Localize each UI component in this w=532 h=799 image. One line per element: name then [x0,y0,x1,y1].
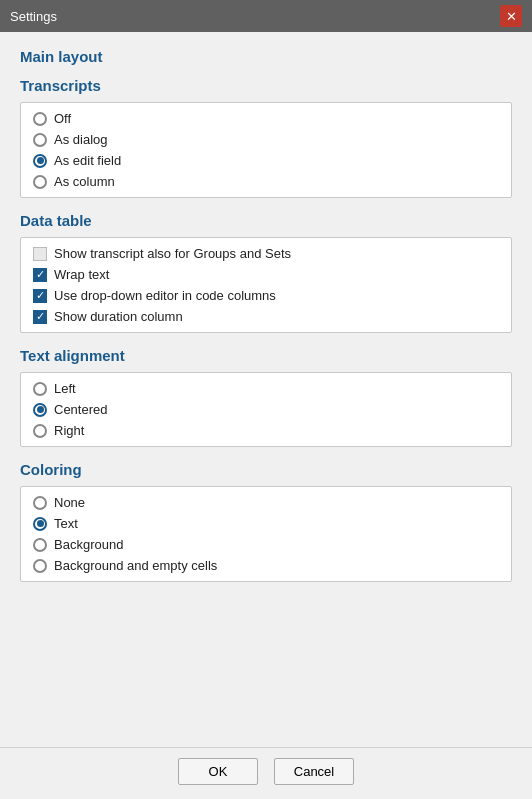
checkbox-duration-column[interactable] [33,310,47,324]
radio-none-label: None [54,495,85,510]
text-alignment-group: Left Centered Right [20,372,512,447]
text-alignment-title: Text alignment [20,347,512,364]
settings-dialog: Settings ✕ Main layout Transcripts Off A… [0,0,532,799]
radio-background[interactable] [33,538,47,552]
radio-item-as-dialog[interactable]: As dialog [33,132,499,147]
radio-right[interactable] [33,424,47,438]
radio-left[interactable] [33,382,47,396]
coloring-title: Coloring [20,461,512,478]
radio-item-text[interactable]: Text [33,516,499,531]
radio-as-edit-field[interactable] [33,154,47,168]
radio-background-label: Background [54,537,123,552]
radio-background-empty[interactable] [33,559,47,573]
checkbox-dropdown-editor-label: Use drop-down editor in code columns [54,288,276,303]
dialog-title: Settings [10,9,57,24]
ok-button[interactable]: OK [178,758,258,785]
dialog-footer: OK Cancel [0,747,532,799]
radio-none[interactable] [33,496,47,510]
checkbox-item-duration-column[interactable]: Show duration column [33,309,499,324]
radio-text[interactable] [33,517,47,531]
radio-off[interactable] [33,112,47,126]
radio-item-none[interactable]: None [33,495,499,510]
radio-item-right[interactable]: Right [33,423,499,438]
radio-item-centered[interactable]: Centered [33,402,499,417]
checkbox-wrap-text[interactable] [33,268,47,282]
checkbox-duration-column-label: Show duration column [54,309,183,324]
radio-item-as-edit-field[interactable]: As edit field [33,153,499,168]
radio-as-dialog[interactable] [33,133,47,147]
data-table-group: Show transcript also for Groups and Sets… [20,237,512,333]
radio-text-label: Text [54,516,78,531]
checkbox-item-dropdown-editor[interactable]: Use drop-down editor in code columns [33,288,499,303]
checkbox-dropdown-editor[interactable] [33,289,47,303]
radio-right-label: Right [54,423,84,438]
checkbox-show-transcript-label: Show transcript also for Groups and Sets [54,246,291,261]
radio-centered[interactable] [33,403,47,417]
transcripts-group: Off As dialog As edit field As column [20,102,512,198]
cancel-button[interactable]: Cancel [274,758,354,785]
radio-as-dialog-label: As dialog [54,132,107,147]
radio-centered-label: Centered [54,402,107,417]
radio-as-column[interactable] [33,175,47,189]
coloring-group: None Text Background Background and empt… [20,486,512,582]
checkbox-show-transcript[interactable] [33,247,47,261]
radio-item-background[interactable]: Background [33,537,499,552]
radio-background-empty-label: Background and empty cells [54,558,217,573]
dialog-content: Main layout Transcripts Off As dialog As… [0,32,532,747]
radio-left-label: Left [54,381,76,396]
radio-item-left[interactable]: Left [33,381,499,396]
title-bar: Settings ✕ [0,0,532,32]
radio-item-as-column[interactable]: As column [33,174,499,189]
checkbox-wrap-text-label: Wrap text [54,267,109,282]
checkbox-item-show-transcript[interactable]: Show transcript also for Groups and Sets [33,246,499,261]
radio-item-off[interactable]: Off [33,111,499,126]
main-layout-title: Main layout [20,48,512,65]
radio-off-label: Off [54,111,71,126]
radio-item-background-empty[interactable]: Background and empty cells [33,558,499,573]
radio-as-edit-field-label: As edit field [54,153,121,168]
checkbox-item-wrap-text[interactable]: Wrap text [33,267,499,282]
close-button[interactable]: ✕ [500,5,522,27]
data-table-title: Data table [20,212,512,229]
radio-as-column-label: As column [54,174,115,189]
transcripts-title: Transcripts [20,77,512,94]
